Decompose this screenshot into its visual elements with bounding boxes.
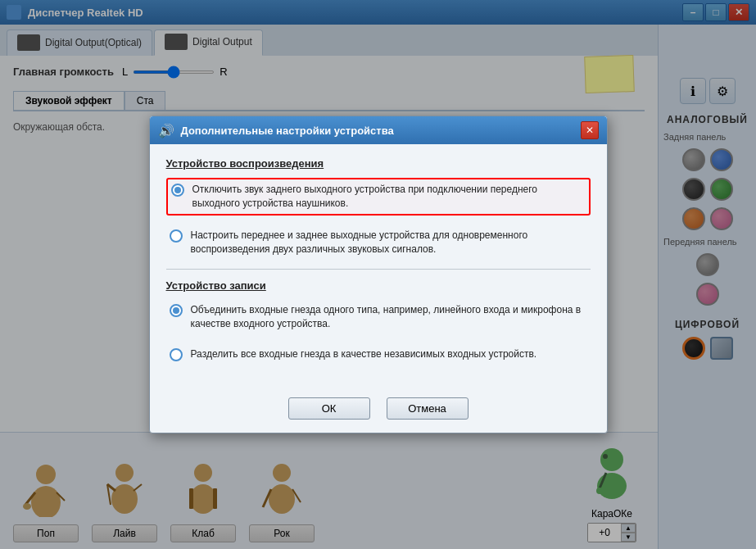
modal-titlebar: 🔊 Дополнительные настройки устройства ✕ [150,116,607,144]
playback-section-title: Устройство воспроизведения [166,157,591,170]
radio-btn-4[interactable] [170,348,183,361]
modal-footer: ОК Отмена [150,388,607,433]
radio-btn-1[interactable] [171,184,184,197]
radio-text-3: Объединить входные гнезда одного типа, н… [191,303,587,331]
radio-text-2: Настроить переднее и заднее выходные уст… [191,229,587,256]
recording-section-title: Устройство записи [166,279,591,292]
modal-divider [166,269,591,270]
radio-text-4: Разделить все входные гнезда в качестве … [191,347,537,361]
modal-dialog: 🔊 Дополнительные настройки устройства ✕ … [149,116,608,433]
modal-close-button[interactable]: ✕ [581,121,599,139]
radio-btn-3[interactable] [170,304,183,317]
radio-btn-2[interactable] [170,229,183,243]
radio-option-3: Объединить входные гнезда одного типа, н… [166,300,591,334]
radio-option-2: Настроить переднее и заднее выходные уст… [166,225,591,260]
modal-overlay: 🔊 Дополнительные настройки устройства ✕ … [0,0,756,549]
radio-option-4: Разделить все входные гнезда в качестве … [166,344,591,365]
radio-text-1: Отключить звук заднего выходного устройс… [192,183,586,211]
radio-option-1: Отключить звук заднего выходного устройс… [166,178,591,216]
cancel-button[interactable]: Отмена [387,397,469,420]
ok-button[interactable]: ОК [288,397,370,420]
modal-title: Дополнительные настройки устройства [181,125,574,137]
modal-speaker-icon: 🔊 [158,123,174,138]
modal-body: Устройство воспроизведения Отключить зву… [150,144,607,388]
